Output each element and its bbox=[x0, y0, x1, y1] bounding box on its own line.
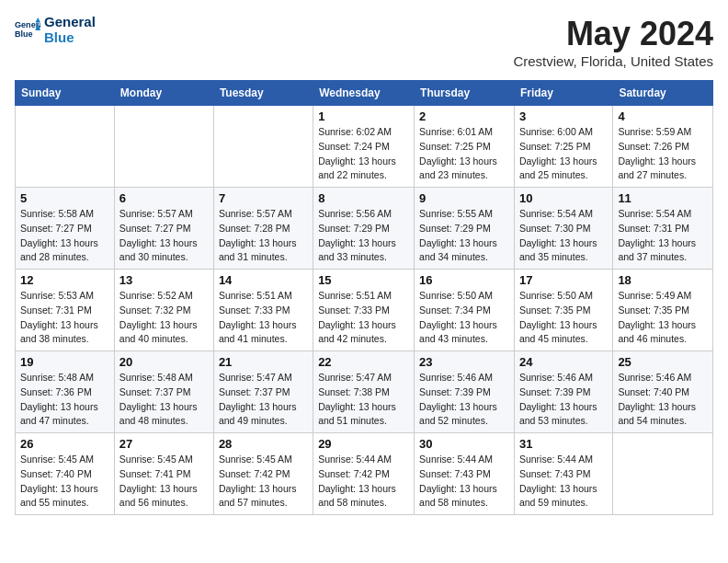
day-info: Sunrise: 5:45 AM Sunset: 7:42 PM Dayligh… bbox=[219, 453, 308, 511]
calendar-cell: 25Sunrise: 5:46 AM Sunset: 7:40 PM Dayli… bbox=[613, 351, 713, 433]
day-info: Sunrise: 5:50 AM Sunset: 7:35 PM Dayligh… bbox=[519, 289, 608, 347]
weekday-header-monday: Monday bbox=[114, 81, 213, 106]
day-info: Sunrise: 5:53 AM Sunset: 7:31 PM Dayligh… bbox=[20, 289, 109, 347]
day-number: 30 bbox=[419, 437, 509, 451]
calendar-cell: 29Sunrise: 5:44 AM Sunset: 7:42 PM Dayli… bbox=[313, 433, 415, 515]
day-number: 5 bbox=[20, 191, 109, 205]
logo: General Blue General Blue bbox=[15, 15, 96, 45]
day-number: 16 bbox=[419, 273, 509, 287]
weekday-header-thursday: Thursday bbox=[415, 81, 515, 106]
calendar-cell: 22Sunrise: 5:47 AM Sunset: 7:38 PM Dayli… bbox=[313, 351, 415, 433]
day-info: Sunrise: 5:45 AM Sunset: 7:41 PM Dayligh… bbox=[119, 453, 209, 511]
day-number: 13 bbox=[119, 273, 209, 287]
weekday-header-saturday: Saturday bbox=[613, 81, 713, 106]
week-row-1: 1Sunrise: 6:02 AM Sunset: 7:24 PM Daylig… bbox=[16, 106, 713, 188]
day-info: Sunrise: 5:47 AM Sunset: 7:37 PM Dayligh… bbox=[219, 371, 308, 429]
weekday-header-friday: Friday bbox=[514, 81, 612, 106]
weekday-header-row: SundayMondayTuesdayWednesdayThursdayFrid… bbox=[16, 81, 713, 106]
day-number: 29 bbox=[318, 437, 409, 451]
day-info: Sunrise: 5:57 AM Sunset: 7:27 PM Dayligh… bbox=[119, 207, 209, 265]
day-number: 17 bbox=[519, 273, 608, 287]
day-number: 14 bbox=[219, 273, 308, 287]
day-number: 28 bbox=[219, 437, 308, 451]
calendar-cell: 26Sunrise: 5:45 AM Sunset: 7:40 PM Dayli… bbox=[16, 433, 115, 515]
day-number: 27 bbox=[119, 437, 209, 451]
logo-line1: General bbox=[44, 15, 96, 30]
calendar-cell: 27Sunrise: 5:45 AM Sunset: 7:41 PM Dayli… bbox=[114, 433, 213, 515]
day-info: Sunrise: 5:44 AM Sunset: 7:43 PM Dayligh… bbox=[519, 453, 608, 511]
day-info: Sunrise: 5:55 AM Sunset: 7:29 PM Dayligh… bbox=[419, 207, 509, 265]
day-info: Sunrise: 6:01 AM Sunset: 7:25 PM Dayligh… bbox=[419, 125, 509, 183]
calendar-cell: 4Sunrise: 5:59 AM Sunset: 7:26 PM Daylig… bbox=[613, 106, 713, 188]
calendar-cell bbox=[16, 106, 115, 188]
day-info: Sunrise: 5:48 AM Sunset: 7:36 PM Dayligh… bbox=[20, 371, 109, 429]
day-info: Sunrise: 5:54 AM Sunset: 7:30 PM Dayligh… bbox=[519, 207, 608, 265]
calendar-cell: 31Sunrise: 5:44 AM Sunset: 7:43 PM Dayli… bbox=[514, 433, 612, 515]
day-info: Sunrise: 6:02 AM Sunset: 7:24 PM Dayligh… bbox=[318, 125, 409, 183]
day-number: 19 bbox=[20, 355, 109, 369]
calendar-cell: 6Sunrise: 5:57 AM Sunset: 7:27 PM Daylig… bbox=[114, 188, 213, 270]
day-info: Sunrise: 5:46 AM Sunset: 7:40 PM Dayligh… bbox=[618, 371, 708, 429]
calendar-cell: 13Sunrise: 5:52 AM Sunset: 7:32 PM Dayli… bbox=[114, 270, 213, 351]
calendar-cell: 14Sunrise: 5:51 AM Sunset: 7:33 PM Dayli… bbox=[213, 270, 313, 351]
calendar-cell: 7Sunrise: 5:57 AM Sunset: 7:28 PM Daylig… bbox=[213, 188, 313, 270]
calendar-cell bbox=[114, 106, 213, 188]
day-number: 4 bbox=[618, 109, 708, 123]
day-number: 2 bbox=[419, 109, 509, 123]
calendar-cell: 23Sunrise: 5:46 AM Sunset: 7:39 PM Dayli… bbox=[415, 351, 515, 433]
calendar-cell: 2Sunrise: 6:01 AM Sunset: 7:25 PM Daylig… bbox=[415, 106, 515, 188]
week-row-4: 19Sunrise: 5:48 AM Sunset: 7:36 PM Dayli… bbox=[16, 351, 713, 433]
day-number: 15 bbox=[318, 273, 409, 287]
day-info: Sunrise: 5:47 AM Sunset: 7:38 PM Dayligh… bbox=[318, 371, 409, 429]
calendar-cell bbox=[613, 433, 713, 515]
calendar-cell: 12Sunrise: 5:53 AM Sunset: 7:31 PM Dayli… bbox=[16, 270, 115, 351]
day-info: Sunrise: 5:57 AM Sunset: 7:28 PM Dayligh… bbox=[219, 207, 308, 265]
calendar-table: SundayMondayTuesdayWednesdayThursdayFrid… bbox=[15, 80, 713, 515]
calendar-cell: 17Sunrise: 5:50 AM Sunset: 7:35 PM Dayli… bbox=[514, 270, 612, 351]
day-number: 26 bbox=[20, 437, 109, 451]
day-info: Sunrise: 5:51 AM Sunset: 7:33 PM Dayligh… bbox=[219, 289, 308, 347]
calendar-cell: 11Sunrise: 5:54 AM Sunset: 7:31 PM Dayli… bbox=[613, 188, 713, 270]
svg-text:Blue: Blue bbox=[15, 29, 33, 39]
day-number: 18 bbox=[618, 273, 708, 287]
day-number: 23 bbox=[419, 355, 509, 369]
week-row-5: 26Sunrise: 5:45 AM Sunset: 7:40 PM Dayli… bbox=[16, 433, 713, 515]
day-number: 10 bbox=[519, 191, 608, 205]
day-number: 6 bbox=[119, 191, 209, 205]
day-number: 7 bbox=[219, 191, 308, 205]
day-number: 21 bbox=[219, 355, 308, 369]
calendar-cell: 19Sunrise: 5:48 AM Sunset: 7:36 PM Dayli… bbox=[16, 351, 115, 433]
weekday-header-sunday: Sunday bbox=[16, 81, 115, 106]
calendar-cell: 8Sunrise: 5:56 AM Sunset: 7:29 PM Daylig… bbox=[313, 188, 415, 270]
day-number: 12 bbox=[20, 273, 109, 287]
calendar-cell: 5Sunrise: 5:58 AM Sunset: 7:27 PM Daylig… bbox=[16, 188, 115, 270]
day-number: 9 bbox=[419, 191, 509, 205]
day-number: 11 bbox=[618, 191, 708, 205]
day-info: Sunrise: 5:44 AM Sunset: 7:43 PM Dayligh… bbox=[419, 453, 509, 511]
day-info: Sunrise: 5:52 AM Sunset: 7:32 PM Dayligh… bbox=[119, 289, 209, 347]
calendar-cell: 16Sunrise: 5:50 AM Sunset: 7:34 PM Dayli… bbox=[415, 270, 515, 351]
day-info: Sunrise: 5:59 AM Sunset: 7:26 PM Dayligh… bbox=[618, 125, 708, 183]
weekday-header-tuesday: Tuesday bbox=[213, 81, 313, 106]
day-info: Sunrise: 5:46 AM Sunset: 7:39 PM Dayligh… bbox=[519, 371, 608, 429]
day-number: 1 bbox=[318, 109, 409, 123]
day-info: Sunrise: 5:54 AM Sunset: 7:31 PM Dayligh… bbox=[618, 207, 708, 265]
calendar-cell: 30Sunrise: 5:44 AM Sunset: 7:43 PM Dayli… bbox=[415, 433, 515, 515]
calendar-cell: 28Sunrise: 5:45 AM Sunset: 7:42 PM Dayli… bbox=[213, 433, 313, 515]
page-header: General Blue General Blue May 2024 Crest… bbox=[15, 15, 713, 69]
title-section: May 2024 Crestview, Florida, United Stat… bbox=[513, 15, 713, 69]
day-number: 3 bbox=[519, 109, 608, 123]
calendar-cell: 10Sunrise: 5:54 AM Sunset: 7:30 PM Dayli… bbox=[514, 188, 612, 270]
day-number: 20 bbox=[119, 355, 209, 369]
calendar-cell: 20Sunrise: 5:48 AM Sunset: 7:37 PM Dayli… bbox=[114, 351, 213, 433]
weekday-header-wednesday: Wednesday bbox=[313, 81, 415, 106]
day-info: Sunrise: 5:50 AM Sunset: 7:34 PM Dayligh… bbox=[419, 289, 509, 347]
day-info: Sunrise: 5:46 AM Sunset: 7:39 PM Dayligh… bbox=[419, 371, 509, 429]
day-info: Sunrise: 5:49 AM Sunset: 7:35 PM Dayligh… bbox=[618, 289, 708, 347]
logo-icon: General Blue bbox=[15, 17, 40, 43]
calendar-cell: 15Sunrise: 5:51 AM Sunset: 7:33 PM Dayli… bbox=[313, 270, 415, 351]
day-info: Sunrise: 5:58 AM Sunset: 7:27 PM Dayligh… bbox=[20, 207, 109, 265]
day-number: 31 bbox=[519, 437, 608, 451]
day-info: Sunrise: 5:56 AM Sunset: 7:29 PM Dayligh… bbox=[318, 207, 409, 265]
calendar-cell: 1Sunrise: 6:02 AM Sunset: 7:24 PM Daylig… bbox=[313, 106, 415, 188]
